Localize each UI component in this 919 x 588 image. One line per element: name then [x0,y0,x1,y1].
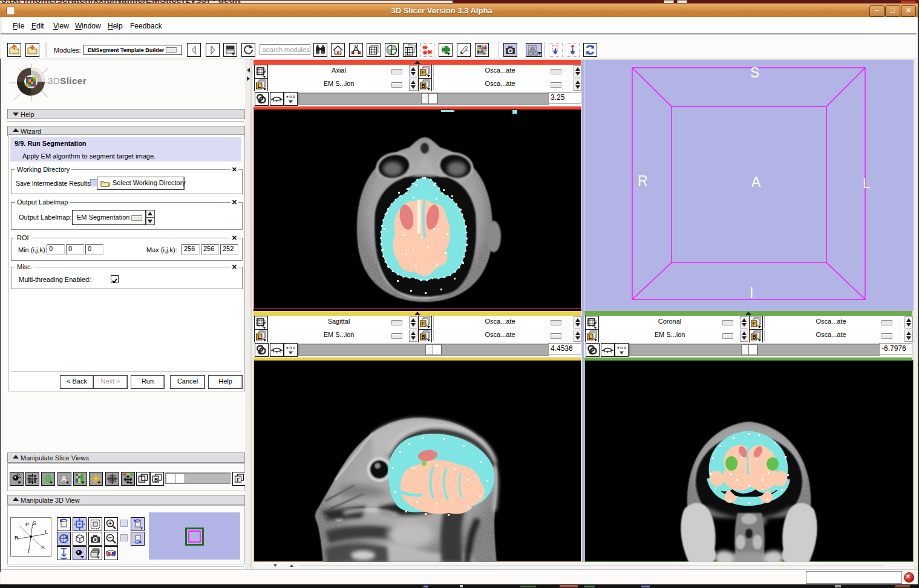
svg-text:P: P [25,521,29,528]
svg-text:I: I [28,548,30,554]
svg-text:A: A [41,544,45,550]
svg-text:F: F [753,321,756,327]
svg-text:F: F [422,321,425,327]
svg-text:A: A [751,174,761,190]
svg-text:S: S [750,65,759,80]
svg-text:B: B [154,477,159,483]
svg-text:L: L [45,529,48,535]
svg-text:S: S [33,520,36,526]
svg-text:L: L [258,83,261,89]
svg-text:B: B [422,83,426,89]
svg-text:F: F [237,477,240,483]
svg-text:B: B [422,334,426,340]
svg-text:F: F [422,70,425,76]
svg-text:L: L [589,334,592,340]
svg-text:R: R [15,535,19,541]
svg-text:I: I [750,285,753,301]
svg-text:L: L [258,334,261,340]
svg-text:B: B [753,334,757,340]
svg-text:L: L [863,175,871,191]
svg-text:R: R [638,173,648,189]
